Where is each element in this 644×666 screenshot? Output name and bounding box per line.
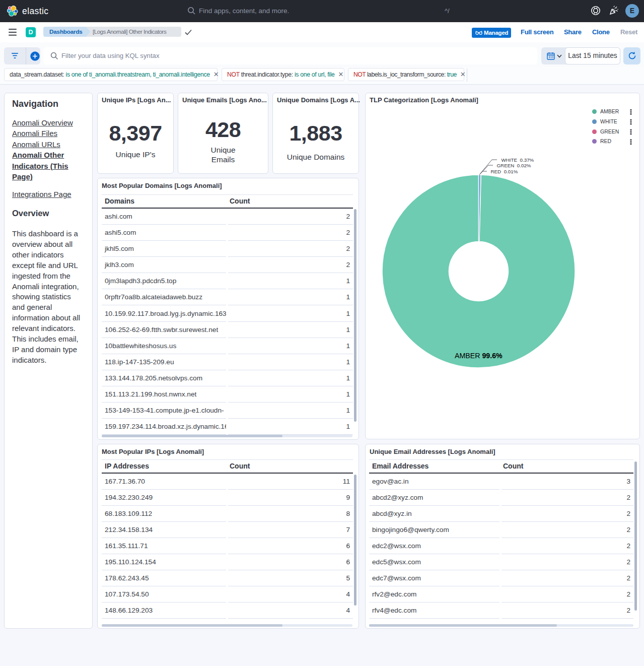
svg-text:AMBER 99.6%: AMBER 99.6%: [455, 352, 503, 360]
svg-text:RED 0.01%: RED 0.01%: [491, 169, 518, 174]
svg-text:GREEN 0.02%: GREEN 0.02%: [497, 163, 531, 168]
svg-text:WHITE 0.37%: WHITE 0.37%: [502, 157, 534, 163]
